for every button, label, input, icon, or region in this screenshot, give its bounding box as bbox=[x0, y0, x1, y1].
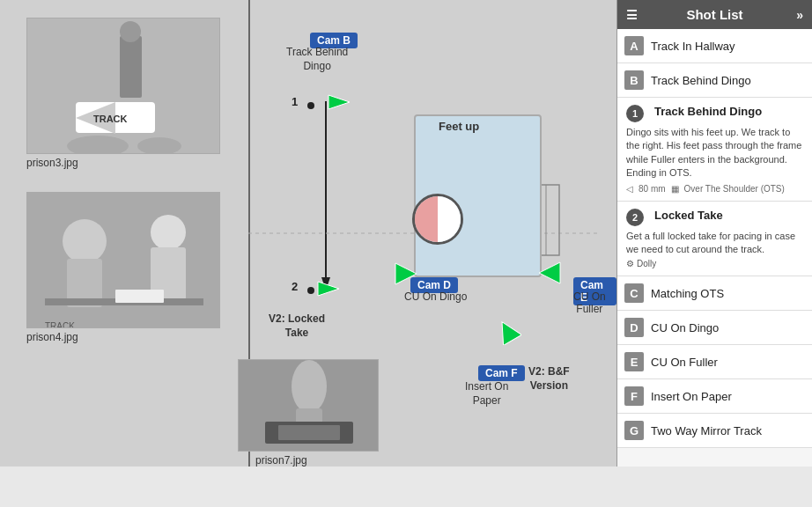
shot-item-C[interactable]: C Matching OTS bbox=[617, 276, 812, 311]
prison4-label: prison4.jpg bbox=[26, 331, 78, 343]
detail-title-2: Locked Take bbox=[654, 209, 723, 222]
letter-badge-C: C bbox=[624, 283, 644, 303]
shot-title-C: Matching OTS bbox=[651, 287, 724, 300]
shot-list-title: Shot List bbox=[686, 7, 742, 22]
storyboard-prison7[interactable] bbox=[238, 359, 379, 452]
cam-f-icon bbox=[493, 317, 521, 349]
shot-detail-1[interactable]: 1 Track Behind Dingo Dingo sits with his… bbox=[617, 98, 812, 202]
shot-detail-2[interactable]: 2 Locked Take Get a full locked take for… bbox=[617, 202, 812, 277]
person-diagram bbox=[412, 194, 463, 245]
shot-item-D[interactable]: D CU On Dingo bbox=[617, 311, 812, 345]
storyboard-panel: TRACK prison3.jpg bbox=[0, 0, 616, 467]
letter-badge-E: E bbox=[624, 352, 644, 371]
shot-title-E: CU On Fuller bbox=[651, 356, 718, 369]
shot-type-value: Over The Shoulder (OTS) bbox=[684, 184, 785, 194]
detail-number-2: 2 bbox=[626, 209, 644, 226]
shot-title-D: CU On Dingo bbox=[651, 321, 719, 334]
storyboard-prison4[interactable]: TRACK bbox=[26, 192, 220, 328]
feet-up-label: Feet up bbox=[439, 120, 479, 133]
shot-title-A: Track In Hallway bbox=[651, 40, 735, 53]
v2-bf-label: V2: B&FVersion bbox=[528, 365, 570, 393]
shot-2-dot bbox=[307, 287, 314, 294]
shot-item-A[interactable]: A Track In Hallway bbox=[617, 29, 812, 63]
menu-icon[interactable]: ☰ bbox=[626, 8, 638, 22]
svg-rect-9 bbox=[27, 193, 220, 328]
arrow-icon[interactable]: » bbox=[796, 8, 803, 22]
shot-2-number: 2 bbox=[292, 280, 298, 293]
svg-text:TRACK: TRACK bbox=[45, 321, 75, 328]
shot-type-icon: ▦ bbox=[671, 184, 679, 194]
svg-marker-34 bbox=[493, 317, 521, 345]
letter-badge-D: D bbox=[624, 318, 644, 337]
svg-marker-30 bbox=[328, 95, 350, 109]
svg-text:TRACK: TRACK bbox=[93, 114, 128, 124]
cam-d-icon bbox=[392, 260, 420, 291]
lens-icon: ◁ bbox=[626, 184, 633, 194]
svg-point-3 bbox=[120, 21, 141, 42]
shot-item-F[interactable]: F Insert On Paper bbox=[617, 379, 812, 414]
shot-list-panel: ☰ Shot List » A Track In Hallway B Track… bbox=[616, 0, 812, 467]
cam-d-desc: CU On Dingo bbox=[404, 290, 467, 303]
detail-number-1: 1 bbox=[626, 105, 644, 122]
letter-badge-B: B bbox=[624, 70, 644, 90]
svg-marker-32 bbox=[395, 263, 417, 284]
v2-locked-label: V2: LockedTake bbox=[269, 312, 325, 340]
detail-desc-1: Dingo sits with his feet up. We track to… bbox=[626, 126, 803, 180]
shot-list-header: ☰ Shot List » bbox=[617, 0, 812, 29]
letter-badge-F: F bbox=[624, 386, 644, 406]
svg-marker-33 bbox=[539, 262, 560, 283]
svg-point-10 bbox=[63, 219, 107, 263]
detail-desc-2: Get a full locked take for pacing in cas… bbox=[626, 230, 803, 257]
lens-value: 80 mm bbox=[639, 184, 666, 194]
shot-list-content[interactable]: A Track In Hallway B Track Behind Dingo … bbox=[617, 29, 812, 467]
shot-item-B[interactable]: B Track Behind Dingo bbox=[617, 63, 812, 98]
dolly-icon: ⚙ bbox=[626, 259, 634, 268]
cam-b-icon bbox=[325, 88, 353, 120]
svg-marker-31 bbox=[318, 282, 339, 296]
cam-f-badge: Cam F bbox=[478, 365, 525, 381]
letter-badge-G: G bbox=[624, 421, 644, 440]
prison3-label: prison3.jpg bbox=[26, 157, 78, 169]
svg-rect-2 bbox=[120, 36, 142, 98]
shot-1-dot bbox=[307, 102, 314, 109]
main-container: TRACK prison3.jpg bbox=[0, 0, 812, 507]
shot-title-F: Insert On Paper bbox=[651, 390, 732, 403]
shot-1-number: 1 bbox=[292, 95, 298, 108]
shot-item-E[interactable]: E CU On Fuller bbox=[617, 345, 812, 379]
svg-point-12 bbox=[151, 215, 186, 250]
shot-item-G[interactable]: G Two Way Mirror Track bbox=[617, 414, 812, 448]
shot-title-G: Two Way Mirror Track bbox=[651, 424, 762, 437]
detail-meta-1: ◁ 80 mm ▦ Over The Shoulder (OTS) bbox=[626, 184, 803, 194]
svg-rect-15 bbox=[115, 290, 164, 303]
detail-title-1: Track Behind Dingo bbox=[654, 105, 762, 118]
svg-point-18 bbox=[292, 360, 327, 413]
dolly-badge: ⚙ Dolly bbox=[626, 259, 803, 268]
cam-b-desc: Track BehindDingo bbox=[286, 46, 348, 73]
prison7-label: prison7.jpg bbox=[255, 454, 307, 467]
shot-title-B: Track Behind Dingo bbox=[651, 74, 751, 87]
dolly-text: Dolly bbox=[637, 259, 656, 268]
cam-e-desc: CU OnFuller bbox=[573, 290, 606, 315]
storyboard-prison3[interactable]: TRACK bbox=[26, 18, 220, 154]
letter-badge-A: A bbox=[624, 36, 644, 55]
svg-rect-21 bbox=[278, 425, 340, 440]
cam-e-icon bbox=[535, 259, 564, 290]
cam-shot2-icon bbox=[314, 275, 343, 306]
cam-f-desc: Insert OnPaper bbox=[465, 380, 508, 408]
